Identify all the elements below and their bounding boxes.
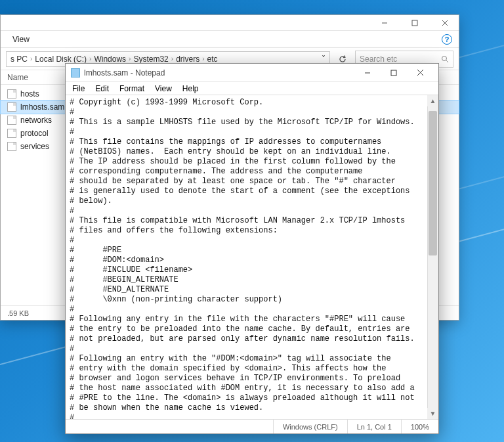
search-icon (441, 55, 449, 63)
status-size: .59 KB (7, 309, 29, 317)
file-name: protocol (20, 129, 49, 138)
search-placeholder: Search etc (360, 55, 397, 64)
crumb[interactable]: Local Disk (C:) (35, 55, 87, 64)
crumb[interactable]: System32 (133, 55, 168, 64)
maximize-button[interactable] (405, 16, 425, 30)
svg-rect-1 (412, 20, 417, 26)
crumb[interactable]: drivers (176, 55, 200, 64)
notepad-statusbar: Windows (CRLF) Ln 1, Col 1 100% (66, 419, 438, 433)
notepad-titlebar[interactable]: lmhosts.sam - Notepad (66, 64, 438, 82)
file-icon (7, 116, 16, 125)
minimize-button[interactable] (354, 64, 381, 81)
crumb[interactable]: etc (207, 55, 217, 64)
text-content[interactable]: # Copyright (c) 1993-1999 Microsoft Corp… (66, 95, 438, 419)
menu-file[interactable]: File (68, 83, 89, 95)
window-title: lmhosts.sam - Notepad (84, 68, 354, 77)
menu-bar: File Edit Format View Help (66, 82, 438, 95)
minimize-button[interactable] (375, 16, 394, 30)
status-zoom: 100% (401, 420, 438, 433)
explorer-titlebar (1, 15, 459, 31)
status-encoding: Windows (CRLF) (273, 420, 347, 433)
scroll-up-icon[interactable]: ▲ (427, 95, 438, 106)
chevron-right-icon: › (30, 55, 32, 62)
file-icon (7, 129, 16, 138)
svg-point-4 (442, 56, 447, 60)
tab-view[interactable]: View (7, 32, 35, 47)
file-icon (7, 89, 16, 99)
chevron-right-icon: › (89, 55, 91, 62)
menu-format[interactable]: Format (116, 83, 148, 95)
chevron-right-icon: › (129, 55, 131, 62)
chevron-down-icon[interactable]: ˅ (322, 55, 326, 64)
svg-line-5 (446, 60, 448, 62)
svg-rect-7 (391, 70, 396, 76)
menu-help[interactable]: Help (178, 83, 203, 95)
ribbon-tabs: View ? (1, 31, 459, 48)
close-button[interactable] (435, 16, 455, 30)
crumb[interactable]: s PC (10, 55, 28, 64)
scroll-down-icon[interactable]: ▼ (427, 408, 438, 419)
status-position: Ln 1, Col 1 (347, 420, 401, 433)
editor-area: # Copyright (c) 1993-1999 Microsoft Corp… (66, 95, 438, 419)
file-name: hosts (20, 89, 39, 99)
file-icon (7, 142, 16, 151)
help-icon[interactable]: ? (442, 34, 452, 45)
scroll-thumb[interactable] (429, 111, 437, 255)
notepad-window: lmhosts.sam - Notepad File Edit Format V… (65, 63, 439, 434)
crumb[interactable]: Windows (94, 55, 126, 64)
chevron-right-icon: › (202, 55, 204, 62)
file-name: lmhosts.sam (20, 102, 64, 112)
close-button[interactable] (407, 64, 433, 81)
file-name: networks (20, 116, 52, 125)
notepad-icon (71, 68, 80, 77)
menu-view[interactable]: View (151, 83, 176, 95)
maximize-button[interactable] (381, 64, 407, 81)
chevron-right-icon: › (171, 55, 173, 62)
menu-edit[interactable]: Edit (91, 83, 113, 95)
scrollbar-vertical[interactable]: ▲ ▼ (427, 95, 438, 419)
file-icon (7, 102, 16, 112)
file-name: services (20, 142, 49, 151)
